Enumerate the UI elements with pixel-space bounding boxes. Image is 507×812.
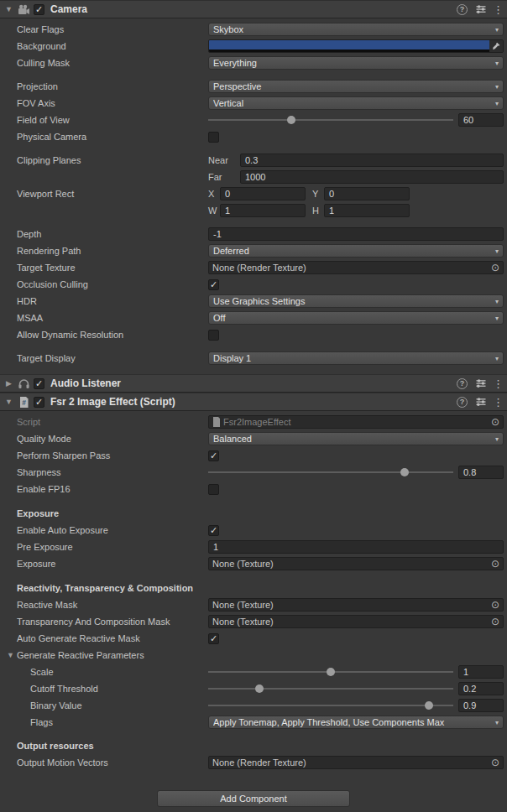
enable-auto-exposure-checkbox[interactable] (208, 525, 219, 536)
enable-auto-exposure-row: Enable Auto Exposure (0, 523, 504, 538)
slider-handle[interactable] (400, 468, 409, 476)
presets-icon[interactable] (474, 3, 488, 16)
scale-label: Scale (0, 667, 208, 677)
inspector-panel: ▼ Camera ? ⋮ Clear Flags Skybox ▾ (0, 0, 507, 807)
generate-reactive-parameters-foldout[interactable]: ▼ Generate Reactive Parameters (0, 650, 208, 660)
sharpness-row: Sharpness 0.8 (0, 465, 504, 480)
output-motion-vectors-field[interactable]: None (Render Texture) ⊙ (208, 756, 504, 769)
occlusion-culling-checkbox[interactable] (208, 279, 219, 290)
target-texture-field[interactable]: None (Render Texture) ⊙ (208, 261, 504, 274)
auto-generate-reactive-mask-checkbox[interactable] (208, 633, 219, 644)
hdr-dropdown[interactable]: Use Graphics Settings ▾ (208, 294, 504, 308)
viewport-h-input[interactable]: 1 (324, 204, 410, 217)
cutoff-threshold-input[interactable]: 0.2 (458, 682, 504, 695)
add-component-button[interactable]: Add Component (157, 790, 350, 807)
dropdown-arrow-icon: ▾ (495, 247, 499, 255)
object-picker-icon[interactable]: ⊙ (489, 559, 501, 569)
physical-camera-checkbox[interactable] (208, 132, 219, 143)
scale-input[interactable]: 1 (458, 665, 504, 679)
far-plane-input[interactable]: 1000 (240, 170, 504, 184)
slider-handle[interactable] (327, 668, 335, 676)
target-display-dropdown[interactable]: Display 1 ▾ (208, 351, 504, 365)
field-of-view-row: Field of View 60 (0, 112, 504, 128)
viewport-w-input[interactable]: 1 (220, 204, 306, 217)
projection-label: Projection (0, 81, 208, 91)
dropdown-arrow-icon: ▾ (495, 315, 499, 322)
audio-listener-component-header[interactable]: ▶ Audio Listener ? ⋮ (0, 374, 507, 393)
w-label: W (208, 206, 220, 216)
exposure-field[interactable]: None (Texture) ⊙ (208, 557, 504, 570)
fsr2-enabled-checkbox[interactable] (34, 397, 44, 408)
binary-value-input[interactable]: 0.9 (458, 699, 504, 712)
viewport-y-input[interactable]: 0 (324, 187, 410, 200)
fov-axis-dropdown[interactable]: Vertical ▾ (208, 96, 504, 110)
object-picker-icon[interactable]: ⊙ (489, 263, 501, 273)
rendering-path-dropdown[interactable]: Deferred ▾ (208, 244, 504, 258)
background-color-field[interactable] (208, 39, 504, 53)
help-icon[interactable]: ? (457, 397, 468, 408)
allow-dynamic-resolution-checkbox[interactable] (208, 330, 219, 341)
cutoff-threshold-row: Cutoff Threshold 0.2 (0, 681, 504, 696)
help-icon[interactable]: ? (457, 4, 468, 15)
object-picker-icon[interactable]: ⊙ (489, 417, 501, 427)
cutoff-threshold-slider[interactable] (208, 681, 453, 696)
pre-exposure-input[interactable]: 1 (208, 540, 504, 554)
enable-fp16-label: Enable FP16 (0, 484, 208, 494)
scale-slider[interactable] (208, 664, 453, 679)
culling-mask-dropdown[interactable]: Everything ▾ (208, 56, 504, 70)
field-of-view-input[interactable]: 60 (458, 113, 504, 127)
rendering-path-row: Rendering Path Deferred ▾ (0, 243, 504, 258)
flags-dropdown[interactable]: Apply Tonemap, Apply Threshold, Use Comp… (208, 716, 504, 729)
foldout-open-icon[interactable]: ▼ (4, 5, 13, 13)
presets-icon[interactable] (474, 377, 488, 390)
slider-handle[interactable] (425, 701, 433, 710)
msaa-dropdown[interactable]: Off ▾ (208, 311, 504, 325)
transparency-mask-field[interactable]: None (Texture) ⊙ (208, 615, 504, 628)
fsr2-component-header[interactable]: ▼ # Fsr 2 Image Effect (Script) ? ⋮ (0, 393, 507, 411)
near-plane-input[interactable]: 0.3 (240, 154, 504, 167)
viewport-x-input[interactable]: 0 (220, 187, 306, 200)
camera-component-header[interactable]: ▼ Camera ? ⋮ (0, 0, 507, 18)
slider-handle[interactable] (255, 684, 264, 693)
y-label: Y (312, 189, 324, 199)
object-picker-icon[interactable]: ⊙ (489, 600, 501, 610)
perform-sharpen-pass-checkbox[interactable] (208, 450, 219, 461)
occlusion-culling-row: Occlusion Culling (0, 277, 504, 292)
far-label: Far (208, 172, 240, 182)
viewport-rect-xy-row: Viewport Rect X 0 Y 0 (0, 186, 504, 201)
foldout-open-icon[interactable]: ▼ (4, 398, 13, 406)
help-icon[interactable]: ? (457, 378, 468, 389)
allow-dynamic-resolution-row: Allow Dynamic Resolution (0, 327, 504, 342)
depth-input[interactable]: -1 (208, 227, 504, 241)
audio-listener-enabled-checkbox[interactable] (34, 378, 44, 389)
eyedropper-icon[interactable] (489, 40, 503, 52)
projection-dropdown[interactable]: Perspective ▾ (208, 80, 504, 93)
hdr-row: HDR Use Graphics Settings ▾ (0, 294, 504, 309)
object-picker-icon[interactable]: ⊙ (489, 757, 501, 768)
sharpness-input[interactable]: 0.8 (458, 466, 504, 479)
kebab-menu-icon[interactable]: ⋮ (493, 3, 503, 16)
clipping-planes-far-row: Far 1000 (0, 169, 504, 185)
kebab-menu-icon[interactable]: ⋮ (493, 377, 503, 390)
script-row: Script Fsr2ImageEffect ⊙ (0, 414, 504, 429)
auto-generate-reactive-mask-row: Auto Generate Reactive Mask (0, 631, 504, 646)
binary-value-slider[interactable] (208, 698, 453, 713)
presets-icon[interactable] (474, 395, 488, 409)
script-field[interactable]: Fsr2ImageEffect ⊙ (208, 415, 504, 429)
perform-sharpen-pass-label: Perform Sharpen Pass (0, 450, 208, 461)
slider-handle[interactable] (287, 116, 295, 124)
reactive-mask-field[interactable]: None (Texture) ⊙ (208, 598, 504, 612)
color-swatch[interactable] (209, 40, 489, 52)
script-page-icon (212, 417, 221, 427)
sharpness-slider[interactable] (208, 465, 453, 480)
color-rgb-area (209, 40, 489, 49)
quality-mode-dropdown[interactable]: Balanced ▾ (208, 432, 504, 445)
clear-flags-dropdown[interactable]: Skybox ▾ (208, 23, 504, 36)
kebab-menu-icon[interactable]: ⋮ (493, 396, 503, 409)
foldout-closed-icon[interactable]: ▶ (4, 379, 13, 388)
enable-fp16-checkbox[interactable] (208, 484, 219, 495)
clipping-planes-near-row: Clipping Planes Near 0.3 (0, 153, 504, 168)
field-of-view-slider[interactable] (208, 112, 453, 128)
camera-enabled-checkbox[interactable] (34, 4, 44, 15)
object-picker-icon[interactable]: ⊙ (489, 617, 501, 627)
